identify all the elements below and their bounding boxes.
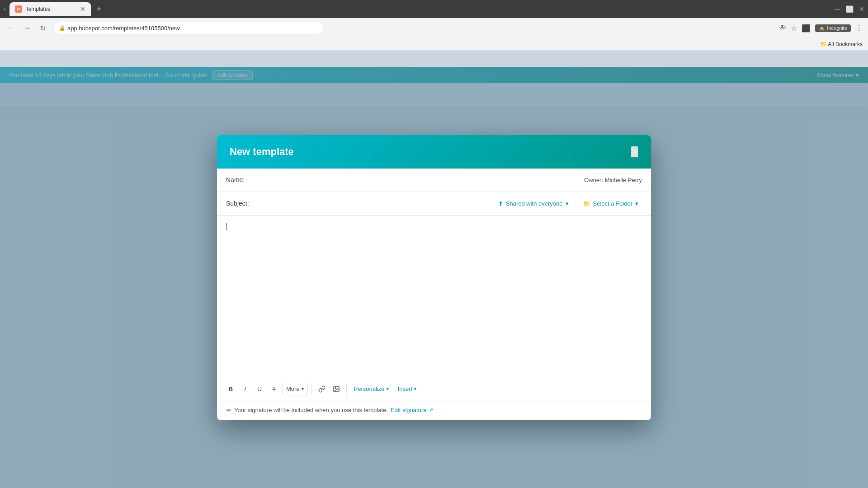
owner-label: Owner: — [584, 177, 603, 183]
name-label: Name: — [226, 176, 262, 183]
restore-button[interactable]: ⬜ — [846, 5, 854, 13]
personalize-label: Personalize — [354, 385, 385, 392]
forward-button[interactable]: → — [22, 22, 33, 34]
browser-chrome: ‹ H Templates ✕ + — ⬜ ✕ ← → ↻ 🔒 app.hubs… — [0, 0, 868, 51]
signature-icon: ✏ — [226, 407, 231, 414]
folder-icon: 📁 — [583, 200, 590, 207]
owner-name: Michelle Perry — [605, 177, 642, 183]
modal-close-button[interactable]: × — [631, 146, 638, 158]
tab-close-button[interactable]: ✕ — [80, 6, 85, 12]
modal-title: New template — [230, 146, 294, 158]
tab-scroll-left[interactable]: ‹ — [4, 5, 6, 13]
tab-title: Templates — [26, 6, 76, 12]
italic-button[interactable]: I — [239, 383, 251, 395]
insert-button[interactable]: Insert ▾ — [394, 384, 420, 394]
eye-slash-icon[interactable]: 👁 — [779, 24, 786, 32]
insert-chevron-icon: ▾ — [414, 386, 416, 391]
subject-controls: ⬆ Shared with everyone ▾ 📁 Select a Fold… — [495, 198, 642, 209]
url-bar[interactable]: 🔒 app.hubspot.com/templates/45105500/new — [53, 22, 324, 34]
chevron-down-icon: ▾ — [566, 200, 569, 207]
owner-display: Owner: Michelle Perry — [584, 177, 642, 183]
new-template-modal: New template × Name: Owner: Michelle Per… — [217, 135, 651, 420]
personalize-button[interactable]: Personalize ▾ — [350, 384, 392, 394]
link-button[interactable] — [316, 383, 328, 395]
insert-label: Insert — [398, 385, 413, 392]
edit-signature-link[interactable]: Edit signature — [391, 407, 427, 413]
bookmark-star-icon[interactable]: ☆ — [791, 24, 797, 33]
personalize-chevron-icon: ▾ — [387, 386, 389, 391]
browser-toolbar-icons: 👁 ☆ ⬛ 🕵 Incognito ⋮ — [779, 24, 863, 33]
signature-note: ✏ Your signature will be included when y… — [217, 400, 651, 420]
more-dropdown[interactable]: More ▾ — [282, 383, 308, 395]
external-link-icon: ↗ — [429, 407, 433, 413]
signature-message: Your signature will be included when you… — [234, 407, 388, 413]
subject-label: Subject: — [226, 200, 262, 207]
toolbar-separator-1 — [311, 385, 312, 394]
underline-button[interactable]: U — [253, 383, 266, 395]
strikethrough-button[interactable]: T — [268, 383, 280, 395]
split-screen-icon[interactable]: ⬛ — [802, 24, 811, 33]
close-window-button[interactable]: ✕ — [859, 5, 864, 13]
more-label: More — [286, 385, 300, 392]
chevron-down-icon: ▾ — [635, 200, 638, 207]
refresh-button[interactable]: ↻ — [38, 22, 47, 34]
shared-with-everyone-button[interactable]: ⬆ Shared with everyone ▾ — [495, 198, 572, 209]
url-text: app.hubspot.com/templates/45105500/new — [67, 25, 180, 32]
hubspot-favicon: H — [15, 5, 22, 13]
address-bar: ← → ↻ 🔒 app.hubspot.com/templates/451055… — [0, 18, 868, 38]
select-folder-button[interactable]: 📁 Select a Folder ▾ — [580, 198, 642, 209]
toolbar-separator-2 — [346, 385, 347, 394]
minimize-button[interactable]: — — [834, 5, 840, 13]
subject-input[interactable] — [262, 200, 495, 207]
modal-header: New template × — [217, 135, 651, 169]
editor-toolbar: B I U T More ▾ — [217, 378, 651, 400]
incognito-indicator: 🕵 Incognito — [815, 24, 851, 32]
bookmarks-bar: 📁 All Bookmarks — [0, 38, 868, 51]
email-body-editor[interactable] — [217, 216, 651, 378]
name-input[interactable] — [262, 174, 584, 185]
more-chevron-icon: ▾ — [302, 386, 304, 391]
browser-tab-templates[interactable]: H Templates ✕ — [9, 2, 91, 16]
svg-point-1 — [335, 387, 335, 388]
share-icon: ⬆ — [498, 200, 503, 207]
subject-row: Subject: ⬆ Shared with everyone ▾ 📁 Sele… — [217, 192, 651, 216]
title-bar: ‹ H Templates ✕ + — ⬜ ✕ — [0, 0, 868, 18]
incognito-label: Incognito — [827, 25, 847, 31]
bold-button[interactable]: B — [224, 383, 237, 395]
more-options-icon[interactable]: ⋮ — [855, 24, 863, 33]
text-cursor — [226, 223, 226, 230]
bookmarks-folder-icon: 📁 — [820, 41, 827, 47]
back-button[interactable]: ← — [5, 22, 16, 34]
bookmarks-label: All Bookmarks — [828, 41, 863, 47]
image-button[interactable] — [330, 383, 343, 395]
modal-body: Name: Owner: Michelle Perry Subject: ⬆ S… — [217, 169, 651, 420]
new-tab-button[interactable]: + — [93, 3, 105, 15]
folder-label: Select a Folder — [593, 200, 632, 207]
shared-label: Shared with everyone — [506, 200, 563, 207]
modal-backdrop: New template × Name: Owner: Michelle Per… — [0, 67, 868, 488]
name-row: Name: Owner: Michelle Perry — [217, 169, 651, 192]
